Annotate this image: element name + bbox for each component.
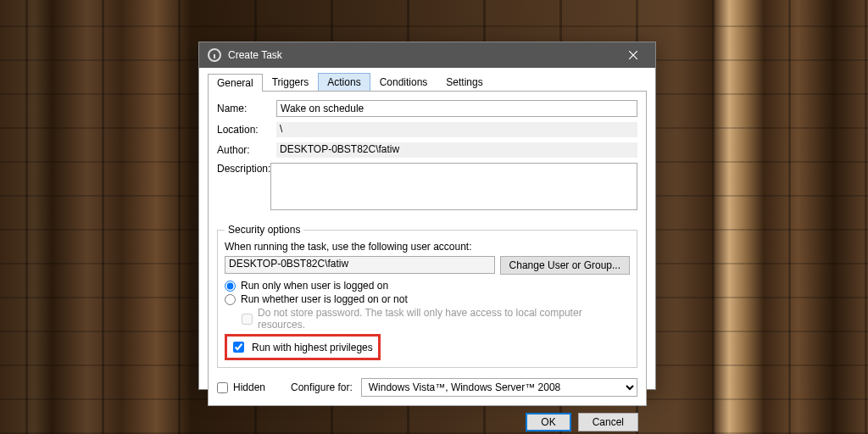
dialog-buttons: OK Cancel [208, 406, 647, 434]
tab-actions[interactable]: Actions [318, 73, 370, 91]
account-value: DESKTOP-0BST82C\fatiw [225, 256, 495, 274]
security-options-legend: Security options [225, 224, 303, 236]
cancel-button[interactable]: Cancel [578, 413, 638, 431]
tab-general[interactable]: General [208, 74, 263, 92]
ok-button[interactable]: OK [526, 413, 570, 431]
tab-strip: General Triggers Actions Conditions Sett… [208, 73, 647, 92]
do-not-store-label: Do not store password. The task will onl… [258, 307, 630, 331]
author-label: Author: [217, 144, 276, 156]
run-logged-on-option[interactable]: Run only when user is logged on [225, 280, 630, 292]
highest-privileges-checkbox[interactable] [233, 342, 244, 353]
highest-privileges-highlight: Run with highest privileges [225, 334, 381, 360]
configure-for-label: Configure for: [291, 381, 353, 393]
highest-privileges-label: Run with highest privileges [252, 342, 373, 353]
dialog-body: General Triggers Actions Conditions Sett… [199, 68, 655, 434]
description-input[interactable] [270, 163, 637, 210]
author-value: DESKTOP-0BST82C\fatiw [276, 142, 637, 158]
name-label: Name: [217, 103, 276, 114]
hidden-label: Hidden [233, 381, 265, 393]
hidden-checkbox[interactable] [217, 382, 228, 393]
run-logged-off-label: Run whether user is logged on or not [241, 293, 408, 305]
run-logged-on-radio[interactable] [225, 281, 236, 292]
do-not-store-checkbox [242, 314, 253, 325]
security-account-label: When running the task, use the following… [225, 241, 630, 253]
location-value: \ [276, 122, 637, 137]
change-user-button[interactable]: Change User or Group... [500, 256, 630, 275]
configure-for-select[interactable]: Windows Vista™, Windows Server™ 2008 [361, 378, 637, 397]
run-logged-off-option[interactable]: Run whether user is logged on or not [225, 293, 630, 305]
name-input[interactable] [276, 100, 637, 117]
tab-conditions[interactable]: Conditions [370, 73, 437, 91]
app-icon [208, 48, 221, 62]
hidden-option[interactable]: Hidden [217, 381, 265, 393]
run-logged-off-radio[interactable] [225, 294, 236, 305]
tab-settings[interactable]: Settings [437, 73, 492, 91]
create-task-dialog: Create Task General Triggers Actions Con… [198, 42, 656, 390]
close-button[interactable] [616, 42, 650, 68]
do-not-store-option: Do not store password. The task will onl… [242, 307, 630, 331]
description-label: Description: [217, 163, 270, 175]
run-logged-on-label: Run only when user is logged on [241, 280, 388, 292]
window-title: Create Task [228, 49, 616, 61]
location-label: Location: [217, 124, 276, 136]
close-icon [629, 51, 637, 59]
tab-triggers[interactable]: Triggers [263, 73, 319, 91]
security-options-group: Security options When running the task, … [217, 224, 637, 368]
titlebar[interactable]: Create Task [199, 42, 655, 68]
general-panel: Name: Location: \ Author: DESKTOP-0BST82… [208, 92, 647, 406]
